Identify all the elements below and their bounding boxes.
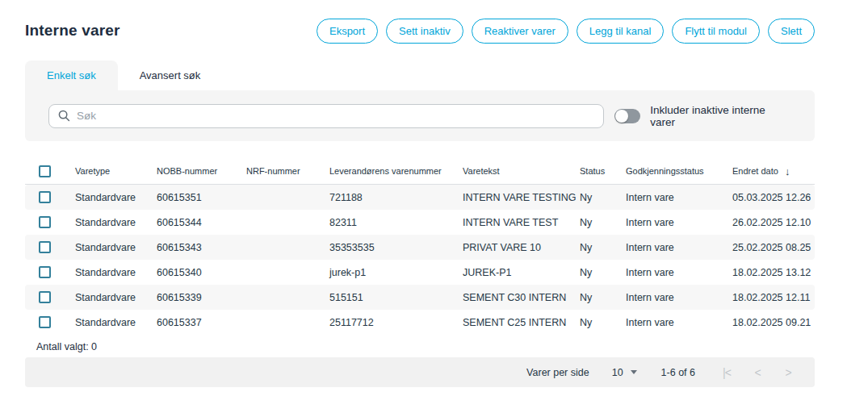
column-header-varetekst[interactable]: Varetekst: [463, 166, 580, 176]
cell-nobb-nummer: 60615340: [157, 267, 246, 278]
cell-godkjenningsstatus: Intern vare: [626, 267, 732, 278]
column-header-lev-varenummer[interactable]: Leverandørens varenummer: [329, 166, 463, 176]
cell-lev-varenummer: 25117712: [329, 317, 463, 328]
table-row[interactable]: Standardvare 60615343 35353535 PRIVAT VA…: [25, 235, 815, 260]
tab-enkelt-sok[interactable]: Enkelt søk: [25, 60, 118, 90]
include-inactive-label: Inkluder inaktive interne varer: [650, 104, 791, 128]
cell-status: Ny: [580, 292, 626, 303]
cell-varetekst: INTERN VARE TEST: [463, 217, 580, 228]
cell-lev-varenummer: jurek-p1: [329, 267, 463, 278]
search-icon: [58, 110, 70, 122]
select-all-checkbox[interactable]: [39, 165, 51, 177]
cell-godkjenningsstatus: Intern vare: [626, 217, 732, 228]
cell-godkjenningsstatus: Intern vare: [626, 242, 732, 253]
first-page-button[interactable]: |<: [711, 366, 742, 379]
cell-endret-dato: 18.02.2025 13.12: [732, 267, 815, 278]
cell-status: Ny: [580, 192, 626, 203]
cell-nobb-nummer: 60615343: [157, 242, 246, 253]
cell-endret-dato: 05.03.2025 12.26: [732, 192, 815, 203]
slett-button[interactable]: Slett: [768, 19, 815, 44]
cell-varetekst: PRIVAT VARE 10: [463, 242, 580, 253]
row-checkbox[interactable]: [39, 316, 51, 328]
chevron-down-icon: [631, 370, 637, 374]
cell-lev-varenummer: 35353535: [329, 242, 463, 253]
page: Interne varer Eksport Sett inaktiv Reakt…: [25, 0, 815, 387]
row-checkbox[interactable]: [39, 291, 51, 303]
column-header-nrf-nummer[interactable]: NRF-nummer: [246, 166, 329, 176]
row-checkbox-cell: [25, 291, 75, 303]
tab-bar: Enkelt søk Avansert søk: [25, 60, 815, 90]
select-all-cell: [25, 165, 75, 177]
next-page-button[interactable]: >: [773, 366, 803, 379]
row-checkbox-cell: [25, 216, 75, 228]
cell-godkjenningsstatus: Intern vare: [626, 317, 732, 328]
sett-inaktiv-button[interactable]: Sett inaktiv: [386, 19, 463, 44]
cell-status: Ny: [580, 217, 626, 228]
search-box[interactable]: [48, 104, 604, 128]
cell-varetekst: SEMENT C30 INTERN: [463, 292, 580, 303]
cell-nobb-nummer: 60615344: [157, 217, 246, 228]
page-header: Interne varer Eksport Sett inaktiv Reakt…: [25, 0, 815, 45]
cell-godkjenningsstatus: Intern vare: [626, 292, 732, 303]
cell-varetype: Standardvare: [75, 192, 157, 203]
table-row[interactable]: Standardvare 60615337 25117712 SEMENT C2…: [25, 310, 815, 335]
row-checkbox-cell: [25, 316, 75, 328]
page-title: Interne varer: [25, 22, 120, 40]
selected-count: Antall valgt: 0: [36, 341, 815, 352]
column-header-nobb-nummer[interactable]: NOBB-nummer: [157, 166, 246, 176]
cell-varetype: Standardvare: [75, 317, 157, 328]
items-table: Varetype NOBB-nummer NRF-nummer Leverand…: [25, 158, 815, 335]
table-row[interactable]: Standardvare 60615344 82311 INTERN VARE …: [25, 210, 815, 235]
cell-godkjenningsstatus: Intern vare: [626, 192, 732, 203]
row-checkbox[interactable]: [39, 266, 51, 278]
cell-endret-dato: 26.02.2025 12.10: [732, 217, 815, 228]
table-row[interactable]: Standardvare 60615351 721188 INTERN VARE…: [25, 185, 815, 210]
flytt-til-modul-button[interactable]: Flytt til modul: [672, 19, 760, 44]
cell-varetype: Standardvare: [75, 242, 157, 253]
include-inactive-toggle[interactable]: [614, 109, 640, 123]
column-header-status[interactable]: Status: [580, 166, 626, 176]
cell-varetype: Standardvare: [75, 217, 157, 228]
column-header-varetype[interactable]: Varetype: [75, 166, 157, 176]
search-input[interactable]: [77, 110, 594, 122]
legg-til-kanal-button[interactable]: Legg til kanal: [577, 19, 665, 44]
table-row[interactable]: Standardvare 60615339 515151 SEMENT C30 …: [25, 285, 815, 310]
row-checkbox[interactable]: [39, 216, 51, 228]
cell-endret-dato: 25.02.2025 08.25: [732, 242, 815, 253]
cell-lev-varenummer: 721188: [329, 192, 463, 203]
reaktiver-varer-button[interactable]: Reaktiver varer: [472, 19, 568, 44]
cell-status: Ny: [580, 317, 626, 328]
page-range: 1-6 of 6: [661, 367, 695, 378]
filter-panel: Inkluder inaktive interne varer: [25, 90, 815, 141]
cell-status: Ny: [580, 267, 626, 278]
row-checkbox-cell: [25, 241, 75, 253]
prev-page-button[interactable]: <: [742, 366, 773, 379]
row-checkbox[interactable]: [39, 241, 51, 253]
cell-lev-varenummer: 515151: [329, 292, 463, 303]
column-header-endret-dato[interactable]: Endret dato: [732, 166, 778, 176]
row-checkbox-cell: [25, 266, 75, 278]
cell-status: Ny: [580, 242, 626, 253]
sort-desc-icon[interactable]: ↓: [785, 165, 790, 177]
toggle-knob: [615, 110, 628, 123]
table-body: Standardvare 60615351 721188 INTERN VARE…: [25, 185, 815, 335]
cell-varetekst: SEMENT C25 INTERN: [463, 317, 580, 328]
toolbar: Eksport Sett inaktiv Reaktiver varer Leg…: [317, 19, 815, 44]
cell-varetype: Standardvare: [75, 292, 157, 303]
cell-nobb-nummer: 60615351: [157, 192, 246, 203]
table-row[interactable]: Standardvare 60615340 jurek-p1 JUREK-P1 …: [25, 260, 815, 285]
cell-varetekst: INTERN VARE TESTING: [463, 192, 580, 203]
cell-nobb-nummer: 60615339: [157, 292, 246, 303]
per-page-label: Varer per side: [526, 367, 589, 378]
column-header-godkjenningsstatus[interactable]: Godkjenningsstatus: [626, 166, 732, 176]
row-checkbox[interactable]: [39, 191, 51, 203]
cell-varetype: Standardvare: [75, 267, 157, 278]
pagination-bar: Varer per side 10 1-6 of 6 |< < >: [25, 357, 815, 387]
tab-avansert-sok[interactable]: Avansert søk: [118, 60, 223, 90]
eksport-button[interactable]: Eksport: [317, 19, 378, 44]
cell-endret-dato: 18.02.2025 09.21: [732, 317, 815, 328]
cell-nobb-nummer: 60615337: [157, 317, 246, 328]
cell-lev-varenummer: 82311: [329, 217, 463, 228]
pagination-nav: |< < >: [711, 366, 803, 379]
per-page-select[interactable]: 10: [612, 367, 637, 378]
